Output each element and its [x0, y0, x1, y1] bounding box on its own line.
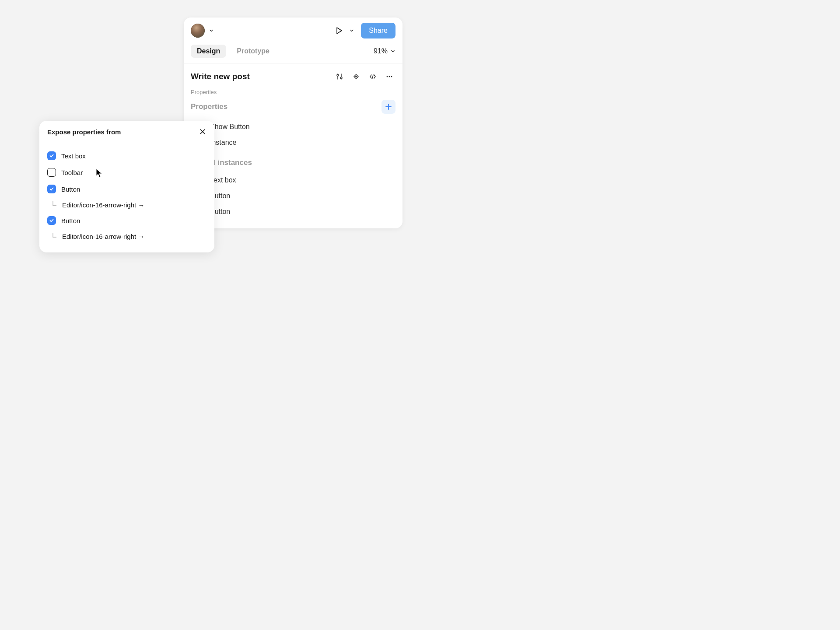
- svg-line-7: [372, 75, 373, 78]
- nested-row-button-1[interactable]: Button: [191, 188, 396, 204]
- check-row-button-2[interactable]: Button: [47, 212, 206, 229]
- property-row-instance[interactable]: Instance: [191, 135, 396, 150]
- check-icon: [49, 218, 54, 223]
- settings-icon-button[interactable]: [333, 70, 346, 83]
- sliders-icon: [336, 73, 343, 80]
- dialog-body: Text box Toolbar Button Editor/icon-16-a…: [39, 142, 214, 252]
- tabs-row: Design Prototype 91%: [184, 43, 402, 63]
- nested-child-label: Editor/icon-16-arrow-right →: [62, 233, 144, 240]
- checkbox-unchecked[interactable]: [47, 168, 56, 177]
- properties-small-label: Properties: [191, 89, 396, 95]
- expose-properties-dialog: Expose properties from Text box Toolbar …: [39, 121, 214, 252]
- tab-prototype[interactable]: Prototype: [231, 45, 276, 58]
- inspector-panel: Share Design Prototype 91% Write new pos…: [184, 18, 402, 228]
- chevron-down-icon: [209, 28, 214, 33]
- play-dropdown[interactable]: [349, 28, 355, 34]
- property-row-show-button[interactable]: Show Button: [191, 119, 396, 135]
- nested-child-row: Editor/icon-16-arrow-right →: [47, 229, 206, 244]
- zoom-value: 91%: [374, 47, 388, 55]
- frame-title: Write new post: [191, 72, 329, 81]
- diamond-plus-icon: [352, 73, 360, 80]
- nested-row-textbox[interactable]: Text box: [191, 172, 396, 188]
- add-property-button[interactable]: [382, 100, 396, 114]
- avatar-dropdown[interactable]: [208, 28, 214, 34]
- nested-child-label: Editor/icon-16-arrow-right →: [62, 201, 144, 209]
- checkbox-checked[interactable]: [47, 216, 56, 225]
- svg-point-8: [387, 76, 388, 77]
- play-button[interactable]: [333, 24, 345, 37]
- checkbox-checked[interactable]: [47, 151, 56, 160]
- close-button[interactable]: [199, 128, 206, 136]
- nested-instances-title: Nested instances: [191, 158, 396, 167]
- panel-header: Share: [184, 18, 402, 43]
- frame-title-row: Write new post: [191, 70, 396, 83]
- avatar[interactable]: [191, 24, 205, 38]
- more-icon-button[interactable]: [383, 70, 396, 83]
- close-icon: [200, 129, 206, 135]
- check-row-button-1[interactable]: Button: [47, 181, 206, 197]
- check-icon: [49, 153, 54, 158]
- svg-point-1: [337, 74, 339, 76]
- content-section: Write new post: [184, 63, 402, 228]
- share-button[interactable]: Share: [361, 23, 396, 38]
- svg-point-3: [340, 77, 342, 79]
- check-row-textbox[interactable]: Text box: [47, 147, 206, 164]
- plus-icon: [385, 103, 392, 111]
- dialog-title: Expose properties from: [47, 128, 199, 136]
- svg-point-10: [391, 76, 392, 77]
- checkbox-checked[interactable]: [47, 185, 56, 193]
- check-label: Text box: [61, 152, 86, 160]
- nested-child-row: Editor/icon-16-arrow-right →: [47, 197, 206, 212]
- check-icon: [49, 186, 54, 192]
- nested-row-button-2[interactable]: Button: [191, 204, 396, 220]
- component-icon-button[interactable]: [350, 70, 362, 83]
- check-label: Toolbar: [61, 169, 83, 176]
- tab-design[interactable]: Design: [191, 45, 226, 58]
- more-horizontal-icon: [385, 73, 393, 80]
- property-label: Show Button: [210, 123, 250, 131]
- code-icon: [369, 73, 377, 80]
- zoom-control[interactable]: 91%: [374, 47, 396, 55]
- check-row-toolbar[interactable]: Toolbar: [47, 164, 206, 181]
- tree-connector-icon: [51, 232, 59, 240]
- play-icon: [334, 26, 344, 35]
- svg-point-9: [389, 76, 390, 77]
- tree-connector-icon: [51, 201, 59, 209]
- check-label: Button: [61, 217, 80, 224]
- check-label: Button: [61, 186, 80, 193]
- properties-title: Properties: [191, 102, 382, 111]
- chevron-down-icon: [349, 28, 354, 33]
- properties-header: Properties: [191, 100, 396, 114]
- code-icon-button[interactable]: [367, 70, 379, 83]
- dialog-header: Expose properties from: [39, 121, 214, 142]
- chevron-down-icon: [390, 49, 396, 54]
